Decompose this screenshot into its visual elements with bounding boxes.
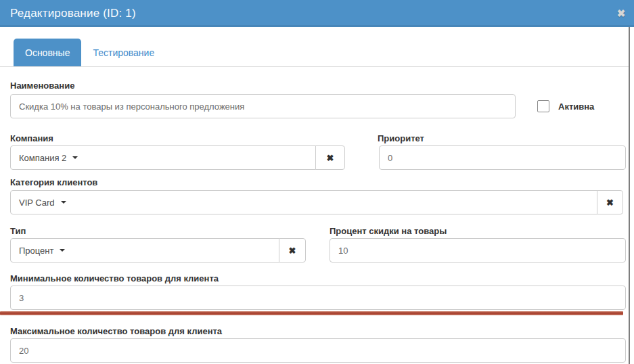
caret-down-icon xyxy=(60,249,65,252)
company-selected-value: Компания 2 xyxy=(19,153,66,163)
modal-title: Редактирование (ID: 1) xyxy=(10,0,136,27)
name-input[interactable] xyxy=(10,94,516,118)
company-group: Компания 2 ✖ xyxy=(10,145,345,170)
tab-testing[interactable]: Тестирование xyxy=(81,39,166,67)
type-clear-icon[interactable]: ✖ xyxy=(279,238,306,263)
type-label: Тип xyxy=(10,226,26,236)
category-label: Категория клиентов xyxy=(10,177,97,187)
priority-label: Приоритет xyxy=(378,133,424,143)
active-checkbox[interactable] xyxy=(537,100,549,112)
active-checkbox-label: Активна xyxy=(558,101,594,112)
red-annotation-underline xyxy=(0,311,623,315)
discount-percent-input[interactable] xyxy=(330,238,626,263)
category-clear-icon[interactable]: ✖ xyxy=(597,190,623,214)
category-selected-value: VIP Card xyxy=(19,198,55,208)
close-icon[interactable]: ✖ xyxy=(614,6,629,21)
priority-input[interactable] xyxy=(379,145,626,170)
type-selected-value: Процент xyxy=(19,246,53,256)
caret-down-icon xyxy=(61,201,66,204)
caret-down-icon xyxy=(72,156,78,159)
max-goods-input[interactable] xyxy=(10,338,626,363)
modal-right-border xyxy=(629,27,630,364)
company-dropdown[interactable]: Компания 2 xyxy=(10,145,316,170)
type-group: Процент ✖ xyxy=(10,238,306,263)
modal-header: Редактирование (ID: 1) ✖ xyxy=(0,0,634,27)
tab-main[interactable]: Основные xyxy=(14,39,81,67)
company-clear-icon[interactable]: ✖ xyxy=(315,145,345,170)
min-goods-label: Минимальное количество товаров для клиен… xyxy=(10,273,219,283)
tab-bar: Основные Тестирование xyxy=(14,39,166,67)
type-dropdown[interactable]: Процент xyxy=(10,238,279,263)
max-goods-label: Максимальное количество товаров для клие… xyxy=(10,326,222,336)
discount-percent-label: Процент скидки на товары xyxy=(330,226,447,236)
min-goods-input[interactable] xyxy=(10,286,626,310)
company-label: Компания xyxy=(10,133,53,143)
tab-bar-divider xyxy=(0,66,629,67)
category-dropdown[interactable]: VIP Card xyxy=(10,190,597,214)
edit-modal: Редактирование (ID: 1) ✖ Основные Тестир… xyxy=(0,0,634,364)
category-group: VIP Card ✖ xyxy=(10,190,623,214)
name-label: Наименование xyxy=(10,81,74,91)
